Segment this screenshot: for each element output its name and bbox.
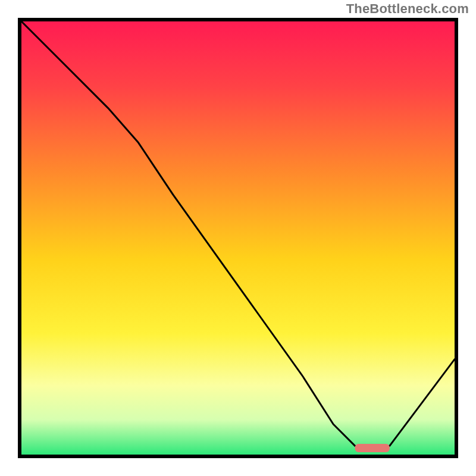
optimal-marker: [355, 444, 390, 452]
chart-container: TheBottleneck.com: [0, 0, 476, 476]
plot-area: [18, 18, 458, 458]
watermark-text: TheBottleneck.com: [346, 1, 469, 17]
chart-svg: [21, 21, 455, 455]
